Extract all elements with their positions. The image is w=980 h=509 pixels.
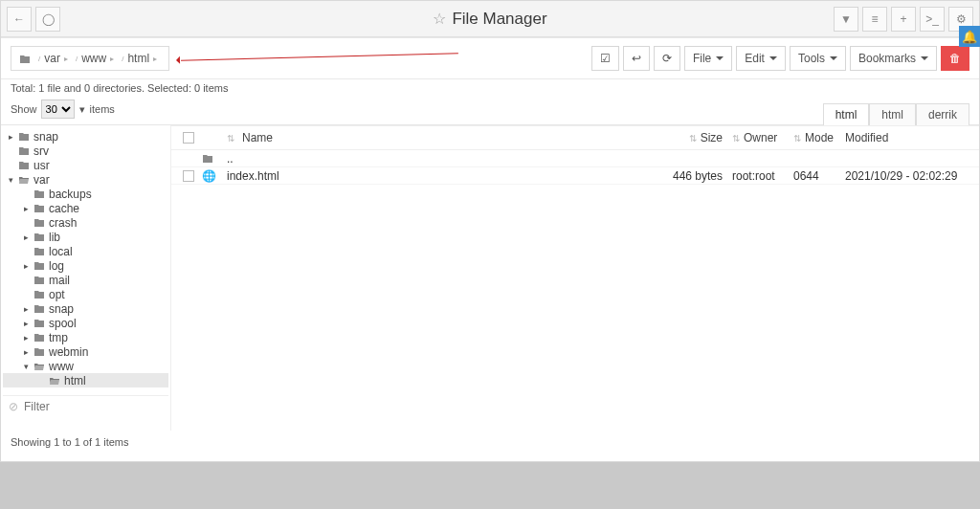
tab-html-1[interactable]: html [823,103,870,125]
col-mode-header[interactable]: Mode [805,131,834,144]
caret-icon[interactable]: ▸ [22,304,30,314]
show-count-select[interactable]: 30 [41,100,75,119]
tree-node-var[interactable]: ▾var [3,172,168,187]
tree-node-label: usr [33,159,50,172]
folder-icon [33,259,45,273]
folder-icon [33,188,45,201]
tab-derrik[interactable]: derrik [916,103,969,125]
path-tabs: html html derrik [823,102,969,124]
columns-button[interactable]: ≡ [862,7,887,32]
tree-node-label: opt [49,288,65,301]
filter-button[interactable]: ▼ [834,7,858,32]
col-size-header[interactable]: Size [701,131,723,144]
select-all-checkbox[interactable] [183,132,194,144]
caret-icon[interactable]: ▸ [22,232,30,242]
notifications-button[interactable]: 🔔 [959,26,980,47]
col-modified-header[interactable]: Modified [845,131,888,144]
edit-menu[interactable]: Edit [736,46,786,71]
tree-node-log[interactable]: ▸log [3,258,168,273]
tree-node-mail[interactable]: mail [3,273,168,287]
breadcrumb-seg-html[interactable]: html [127,52,149,65]
star-icon: ☆ [433,10,446,28]
deselect-button[interactable]: ↩ [623,46,650,71]
tree-node-usr[interactable]: usr [3,158,168,172]
terminal-button[interactable]: >_ [920,7,945,32]
folder-open-icon [49,374,60,387]
tree-node-label: snap [49,302,74,316]
breadcrumb-seg-www[interactable]: www [81,52,106,65]
caret-icon[interactable]: ▸ [22,333,30,343]
caret-icon[interactable]: ▾ [7,175,14,185]
back-button[interactable]: ← [7,7,32,32]
show-row: Show 30 ▾ items html html derrik [1,97,979,124]
help-button[interactable]: ◯ [35,7,60,32]
tree-filter-input[interactable] [24,400,167,413]
file-modified: 2021/10/29 - 02:02:29 [845,169,979,183]
show-suffix: items [90,103,115,115]
tree-node-label: srv [33,144,49,158]
parent-row[interactable]: .. [171,150,979,167]
toolbar: / var ▸ / www ▸ / html ▸ ☑ ↩ ⟳ File Edit… [1,37,979,79]
table-row[interactable]: 🌐 index.html 446 bytes root:root 0644 20… [171,167,979,185]
refresh-button[interactable]: ⟳ [654,46,680,71]
tree-node-lib[interactable]: ▸lib [3,230,168,244]
tree-node-snap[interactable]: ▸snap [3,129,168,144]
caret-icon[interactable]: ▸ [22,261,30,271]
bell-icon: 🔔 [962,30,977,44]
file-menu[interactable]: File [684,46,732,71]
folder-icon [33,317,45,330]
sort-icon[interactable]: ⇅ [227,133,234,144]
caret-icon[interactable]: ▾ [22,362,30,371]
col-name-header[interactable]: Name [242,131,273,144]
folder-open-icon [33,360,45,373]
tree-node-cache[interactable]: ▸cache [3,201,168,215]
breadcrumb[interactable]: / var ▸ / www ▸ / html ▸ [11,46,169,71]
tree-node-snap[interactable]: ▸snap [3,301,168,316]
select-all-button[interactable]: ☑ [591,46,619,71]
tree-node-html[interactable]: html [3,373,168,387]
tree-node-srv[interactable]: srv [3,144,168,158]
tree-node-label: lib [49,231,60,244]
tree-node-spool[interactable]: ▸spool [3,316,168,330]
globe-icon: 🌐 [202,169,216,183]
caret-icon[interactable]: ▸ [22,204,30,213]
tree-node-tmp[interactable]: ▸tmp [3,330,168,344]
tree-node-backups[interactable]: backups [3,187,168,201]
row-checkbox[interactable] [183,170,194,182]
tree-node-www[interactable]: ▾www [3,359,168,373]
add-button[interactable]: + [891,7,916,32]
folder-icon [18,144,30,158]
folder-icon [33,245,45,258]
folder-icon [33,288,45,301]
filter-icon: ⊘ [9,400,18,413]
tree-node-label: tmp [49,331,68,344]
folder-tree[interactable]: ▸snapsrvusr▾varbackups▸cachecrash▸libloc… [1,125,171,431]
folder-icon [33,231,45,244]
tree-node-opt[interactable]: opt [3,287,168,301]
tree-node-label: log [49,259,64,273]
tree-node-label: crash [49,216,77,230]
bookmarks-menu[interactable]: Bookmarks [850,46,937,71]
tools-menu[interactable]: Tools [790,46,846,71]
file-name[interactable]: index.html [227,169,279,183]
caret-icon[interactable]: ▸ [22,319,30,328]
file-owner: root:root [732,169,793,183]
page-title: ☆ File Manager [1,10,979,29]
tree-node-label: var [33,173,50,187]
annotation-arrow [181,53,458,61]
file-size: 446 bytes [656,169,732,183]
folder-icon [33,216,45,230]
caret-icon[interactable]: ▸ [22,347,30,357]
tab-html-2[interactable]: html [869,103,916,125]
tree-node-label: mail [49,274,70,287]
delete-button[interactable]: 🗑 [941,46,969,71]
caret-icon[interactable]: ▸ [7,132,14,142]
col-owner-header[interactable]: Owner [744,131,777,144]
folder-open-icon [18,173,30,187]
tree-node-local[interactable]: local [3,244,168,258]
breadcrumb-seg-var[interactable]: var [44,52,60,65]
tree-node-crash[interactable]: crash [3,215,168,230]
status-text: Total: 1 file and 0 directories. Selecte… [1,79,979,97]
folder-icon [33,302,45,316]
tree-node-webmin[interactable]: ▸webmin [3,344,168,359]
